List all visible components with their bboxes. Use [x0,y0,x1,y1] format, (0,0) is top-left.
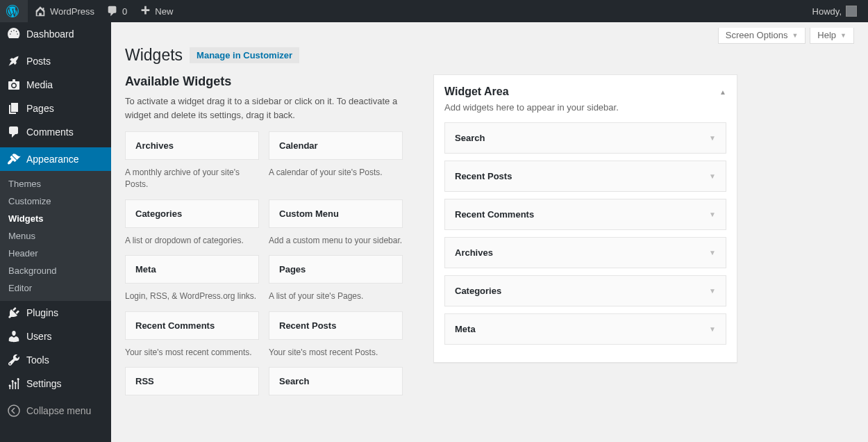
sliders-icon [7,377,21,391]
menu-label: Pages [26,103,54,114]
widget-area-box: Widget Area ▲ Add widgets here to appear… [433,74,737,363]
new-content-link[interactable]: New [133,0,178,22]
chevron-down-icon[interactable]: ▼ [709,211,716,218]
menu-label: Comments [26,126,74,138]
pin-icon [7,54,21,68]
available-widgets-desc: To activate a widget drag it to a sideba… [125,95,403,122]
submenu-menus[interactable]: Menus [0,227,111,245]
user-icon [7,329,21,343]
available-widget-title[interactable]: Calendar [269,131,403,160]
area-widget-title: Meta [455,324,476,334]
available-widget-title[interactable]: Custom Menu [269,199,403,228]
wordpress-logo-icon [6,4,19,18]
menu-plugins[interactable]: Plugins [0,301,111,325]
menu-appearance[interactable]: Appearance [0,147,111,171]
plug-icon [7,306,21,320]
main-container: Dashboard Posts Media Pages Comments App… [0,22,868,442]
area-widget-item[interactable]: Search▼ [444,122,726,154]
chevron-down-icon[interactable]: ▼ [709,172,716,180]
menu-dashboard[interactable]: Dashboard [0,22,111,46]
manage-in-customizer-button[interactable]: Manage in Customizer [190,47,299,63]
screen-options-button[interactable]: Screen Options ▼ [718,28,806,44]
available-widgets-heading: Available Widgets [125,74,403,89]
menu-settings[interactable]: Settings [0,372,111,395]
submenu-editor[interactable]: Editor [0,279,111,297]
my-account-link[interactable]: Howdy, [807,0,862,22]
available-widget-title[interactable]: Meta [125,255,259,284]
submenu-customize[interactable]: Customize [0,193,111,210]
comments-link[interactable]: 0 [100,0,133,22]
chevron-down-icon[interactable]: ▼ [709,134,716,142]
available-widget-title[interactable]: RSS [125,367,259,395]
widget-area-header[interactable]: Widget Area ▲ [444,75,726,102]
menu-comments[interactable]: Comments [0,120,111,144]
widget-area-desc: Add widgets here to appear in your sideb… [444,102,726,113]
admin-bar-left: WordPress 0 New [0,0,178,22]
help-label: Help [817,30,836,40]
appearance-submenu: Themes Customize Widgets Menus Header Ba… [0,171,111,301]
menu-label: Appearance [26,154,79,165]
menu-label: Posts [26,56,51,67]
available-widget-desc: Login, RSS, & WordPress.org links. [125,284,259,304]
collapse-icon [7,404,21,418]
available-widget-title[interactable]: Recent Posts [269,311,403,340]
area-widget-item[interactable]: Meta▼ [444,313,726,345]
help-button[interactable]: Help ▼ [810,28,854,44]
submenu-widgets[interactable]: Widgets [0,210,111,227]
available-widget-desc: A list or dropdown of categories. [125,228,259,248]
site-name-link[interactable]: WordPress [28,0,100,22]
menu-label: Media [26,79,53,90]
site-name-text: WordPress [50,6,94,17]
available-widget-desc: A calendar of your site's Posts. [269,160,403,180]
page-wrap: Widgets Manage in Customizer Available W… [111,22,868,395]
collapse-menu[interactable]: Collapse menu [0,399,111,423]
available-widget-title[interactable]: Search [269,367,403,395]
menu-posts[interactable]: Posts [0,49,111,73]
chevron-up-icon[interactable]: ▲ [719,88,726,96]
svg-point-0 [8,405,19,416]
available-widget-desc: A list of your site's Pages. [269,284,403,304]
howdy-text: Howdy, [812,6,842,17]
submenu-themes[interactable]: Themes [0,175,111,193]
content-area: Screen Options ▼ Help ▼ Widgets Manage i… [111,22,868,442]
available-widget-title[interactable]: Pages [269,255,403,284]
widget-area-list: Search▼Recent Posts▼Recent Comments▼Arch… [444,122,726,345]
area-widget-title: Recent Posts [455,171,512,181]
area-widget-title: Search [455,133,485,143]
collapse-label: Collapse menu [26,405,91,416]
area-widget-item[interactable]: Recent Posts▼ [444,161,726,192]
area-widget-item[interactable]: Recent Comments▼ [444,199,726,230]
chevron-down-icon[interactable]: ▼ [709,325,716,333]
menu-pages[interactable]: Pages [0,97,111,120]
available-widget: RSS [125,367,259,395]
wp-logo-menu[interactable] [0,0,28,22]
menu-media[interactable]: Media [0,73,111,97]
submenu-header[interactable]: Header [0,245,111,262]
area-widget-title: Recent Comments [455,209,534,220]
available-widget-title[interactable]: Categories [125,199,259,228]
available-widget: ArchivesA monthly archive of your site's… [125,131,259,193]
screen-options-label: Screen Options [726,30,788,40]
top-screen-actions: Screen Options ▼ Help ▼ [718,28,854,44]
area-widget-title: Categories [455,286,501,296]
menu-users[interactable]: Users [0,325,111,348]
available-widget-desc: Add a custom menu to your sidebar. [269,228,403,248]
menu-label: Dashboard [26,28,74,40]
admin-bar-right: Howdy, [807,0,862,22]
plus-icon [138,4,152,18]
available-widget-desc: Your site's most recent comments. [125,340,259,360]
chevron-down-icon[interactable]: ▼ [709,287,716,295]
menu-tools[interactable]: Tools [0,348,111,372]
menu-label: Tools [26,354,49,366]
chevron-down-icon[interactable]: ▼ [709,249,716,256]
available-widget: Recent CommentsYour site's most recent c… [125,311,259,360]
available-widget-title[interactable]: Archives [125,131,259,160]
available-widget-title[interactable]: Recent Comments [125,311,259,340]
area-widget-item[interactable]: Archives▼ [444,237,726,268]
submenu-background[interactable]: Background [0,262,111,279]
available-widget-desc: A monthly archive of your site's Posts. [125,160,259,193]
dashboard-icon [7,27,21,41]
wrench-icon [7,353,21,367]
comment-count: 0 [122,6,127,17]
area-widget-item[interactable]: Categories▼ [444,275,726,306]
